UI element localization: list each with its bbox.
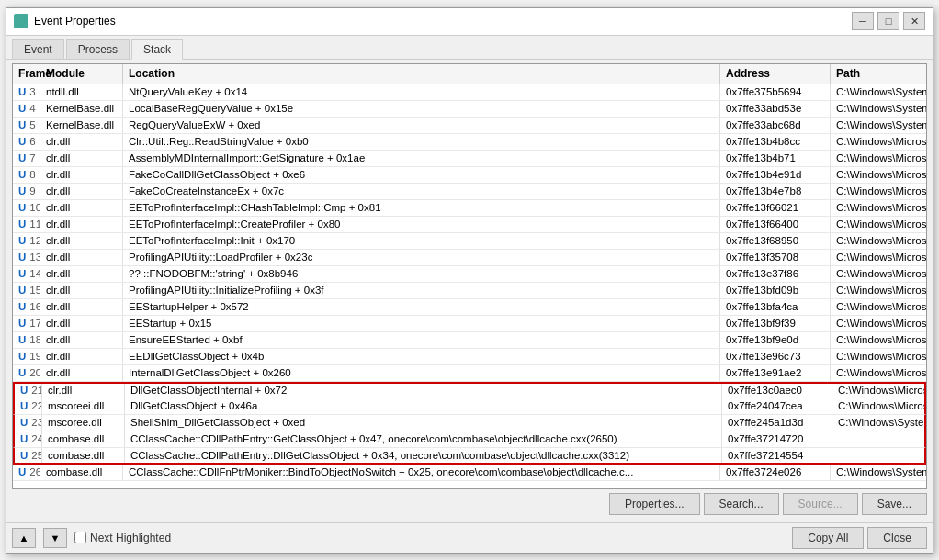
cell-module: mscoreei.dll [42,398,125,414]
cell-path: C:\Windows\System32\ntdll.dll [831,84,926,100]
cell-address: 0x7ffe13bfd09b [720,283,831,298]
close-window-button[interactable]: ✕ [903,12,925,30]
close-button[interactable]: Close [867,527,927,549]
cell-address: 0x7ffe13b4e7b8 [720,184,831,199]
cell-location: ProfilingAPIUtility::LoadProfiler + 0x23… [123,250,720,265]
cell-module: clr.dll [40,217,123,232]
table-row[interactable]: U18clr.dllEnsureEEStarted + 0xbf0x7ffe13… [13,332,926,349]
cell-path: C:\Windows\Microsoft.NET\Framework6 [831,217,926,232]
cell-address: 0x7ffe37214554 [722,448,832,463]
source-button[interactable]: Source... [783,493,858,515]
cell-frame: U16 [13,299,40,315]
cell-module: clr.dll [40,233,123,249]
cell-module: KernelBase.dll [40,118,123,133]
cell-address: 0x7ffe13bf9e0d [720,332,831,348]
table-row[interactable]: U14clr.dll?? ::FNODOBFM::'string' + 0x8b… [13,266,926,283]
cell-module: clr.dll [40,299,123,315]
cell-path: C:\Windows\Microsoft.NET\Framework6 [831,134,926,150]
table-row[interactable]: U9clr.dllFakeCoCreateInstanceEx + 0x7c0x… [13,184,926,200]
cell-frame: U19 [13,349,40,364]
cell-path: C:\Windows\Microsoft.NET\Framework6 [831,332,926,348]
cell-location: Clr::Util::Reg::ReadStringValue + 0xb0 [123,134,720,150]
copy-all-button[interactable]: Copy All [792,527,864,549]
cell-frame: U8 [13,167,40,183]
cell-location: EEToProfInterfaceImpl::CHashTableImpl::C… [123,200,720,216]
cell-path: C:\Windows\Microsoft.NET\Framework6 [831,365,926,381]
search-button[interactable]: Search... [704,493,779,515]
tab-process[interactable]: Process [66,39,130,59]
cell-frame: U13 [13,250,40,265]
cell-location: ProfilingAPIUtility::InitializeProfiling… [123,283,720,298]
cell-module: clr.dll [40,283,123,298]
cell-location: FakeCoCreateInstanceEx + 0x7c [123,184,720,199]
table-row[interactable]: U22mscoreei.dllDllGetClassObject + 0x46a… [13,398,926,415]
cell-address: 0x7ffe13e37f86 [720,266,831,282]
window-controls: ─ □ ✕ [852,12,925,30]
table-row[interactable]: U23mscoree.dllShellShim_DllGetClassObjec… [13,415,926,431]
cell-module: clr.dll [40,316,123,331]
cell-path: C:\Windows\System32\KernelBase.dll [831,118,926,133]
next-highlighted-label[interactable]: Next Highlighted [74,532,171,544]
table-row[interactable]: U20clr.dllInternalDllGetClassObject + 0x… [13,365,926,382]
cell-address: 0x7ffe375b5694 [720,84,831,100]
nav-down-button[interactable]: ▼ [43,528,67,548]
cell-address: 0x7ffe13bfa4ca [720,299,831,315]
window-title: Event Properties [34,15,116,28]
event-properties-window: Event Properties ─ □ ✕ Event Process Sta… [6,7,933,554]
table-row[interactable]: U10clr.dllEEToProfInterfaceImpl::CHashTa… [13,200,926,217]
table-row[interactable]: U24combase.dllCClassCache::CDllPathEntry… [13,431,926,448]
cell-module: clr.dll [40,151,123,166]
next-highlighted-checkbox[interactable] [74,532,86,543]
cell-location: EEStartupHelper + 0x572 [123,299,720,315]
table-header: Frame Module Location Address Path [13,64,926,84]
cell-location: CClassCache::CDllFnPtrMoniker::BindToObj… [123,465,720,480]
table-row[interactable]: U3ntdll.dllNtQueryValueKey + 0x140x7ffe3… [13,84,926,101]
properties-button[interactable]: Properties... [609,493,700,515]
cell-location: EEToProfInterfaceImpl::Init + 0x170 [123,233,720,249]
table-row[interactable]: U8clr.dllFakeCoCallDllGetClassObject + 0… [13,167,926,184]
cell-frame: U22 [15,398,42,414]
cell-address: 0x7ffe13f35708 [720,250,831,265]
cell-path: C:\Windows\Microsoft.NET\Framework6 [831,250,926,265]
tab-stack[interactable]: Stack [131,39,183,60]
cell-module: clr.dll [40,365,123,381]
table-row[interactable]: U4KernelBase.dllLocalBaseRegQueryValue +… [13,101,926,118]
cell-module: clr.dll [40,184,123,199]
nav-up-button[interactable]: ▲ [12,528,36,548]
table-row[interactable]: U6clr.dllClr::Util::Reg::ReadStringValue… [13,134,926,151]
tab-event[interactable]: Event [12,39,64,59]
cell-module: ntdll.dll [40,84,123,100]
cell-address: 0x7ffe13e91ae2 [720,365,831,381]
cell-location: AssemblyMDInternalImport::GetSignature +… [123,151,720,166]
save-button[interactable]: Save... [862,493,927,515]
cell-location: RegQueryValueExW + 0xed [123,118,720,133]
maximize-button[interactable]: □ [877,12,899,30]
table-row[interactable]: U11clr.dllEEToProfInterfaceImpl::CreateP… [13,217,926,233]
table-row[interactable]: U17clr.dllEEStartup + 0x150x7ffe13bf9f39… [13,316,926,332]
cell-frame: U15 [13,283,40,298]
table-row[interactable]: U19clr.dllEEDllGetClassObject + 0x4b0x7f… [13,349,926,365]
cell-module: clr.dll [40,200,123,216]
table-row[interactable]: U16clr.dllEEStartupHelper + 0x5720x7ffe1… [13,299,926,316]
cell-address: 0x7ffe245a1d3d [722,415,832,431]
col-path: Path [831,64,926,84]
minimize-button[interactable]: ─ [852,12,874,30]
table-row[interactable]: U21clr.dllDllGetClassObjectInternal + 0x… [13,382,926,398]
cell-location: FakeCoCallDllGetClassObject + 0xe6 [123,167,720,183]
cell-frame: U17 [13,316,40,331]
table-row[interactable]: U26combase.dllCClassCache::CDllFnPtrMoni… [13,465,926,481]
table-row[interactable]: U13clr.dllProfilingAPIUtility::LoadProfi… [13,250,926,266]
cell-path: C:\Windows\System32\mscoree.dll [832,415,924,431]
table-row[interactable]: U12clr.dllEEToProfInterfaceImpl::Init + … [13,233,926,250]
table-row[interactable]: U7clr.dllAssemblyMDInternalImport::GetSi… [13,151,926,167]
table-row[interactable]: U15clr.dllProfilingAPIUtility::Initializ… [13,283,926,299]
cell-address: 0x7ffe13b4b8cc [720,134,831,150]
cell-location: ShellShim_DllGetClassObject + 0xed [125,415,722,431]
cell-path: C:\Windows\System32\KernelBase.dll [831,101,926,117]
cell-path [832,448,924,463]
table-row[interactable]: U5KernelBase.dllRegQueryValueExW + 0xed0… [13,118,926,134]
cell-location: CClassCache::CDllPathEntry::GetClassObje… [125,431,722,447]
cell-location: InternalDllGetClassObject + 0x260 [123,365,720,381]
table-row[interactable]: U25combase.dllCClassCache::CDllPathEntry… [13,448,926,465]
cell-path: C:\Windows\Microsoft.NET\Framework6 [831,151,926,166]
